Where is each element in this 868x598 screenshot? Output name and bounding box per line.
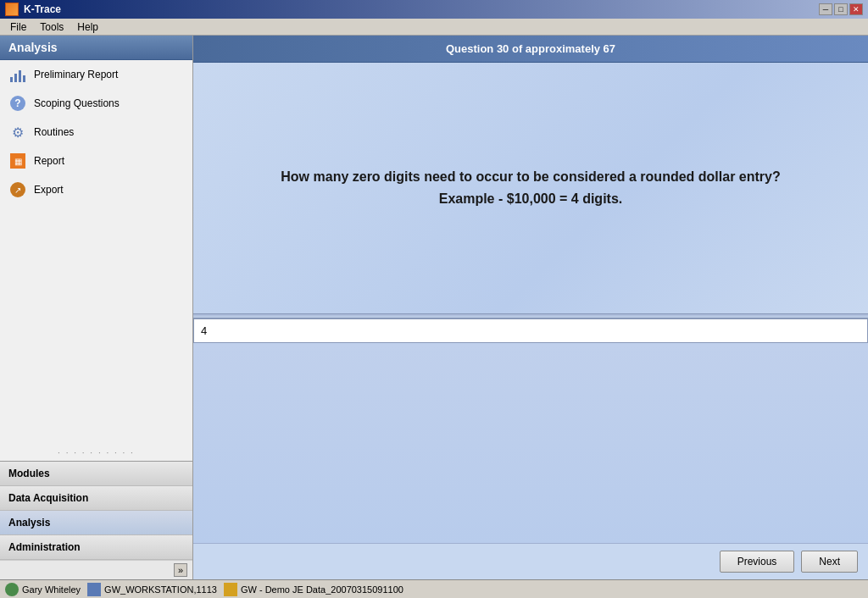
answer-area[interactable] [193,318,868,343]
status-username: Gary Whiteley [22,584,81,595]
section-btn-data-acquisition[interactable]: Data Acquisition [0,486,192,511]
user-icon [5,583,19,596]
status-database: GW - Demo JE Data_20070315091100 [224,583,403,596]
export-icon: ↗ [8,180,27,199]
status-bar: Gary Whiteley GW_WORKSTATION,1113 GW - D… [0,579,868,598]
workstation-icon [87,583,101,596]
answer-input[interactable] [199,323,862,339]
maximize-button[interactable]: □ [834,3,848,15]
help-menu[interactable]: Help [70,19,105,35]
status-user: Gary Whiteley [5,583,81,596]
sidebar-item-export[interactable]: ↗ Export [0,175,192,204]
section-btn-modules[interactable]: Modules [0,462,192,486]
question-line1: How many zero digits need to occur to be… [281,169,780,184]
question-line2: Example - $10,000 = 4 digits. [439,191,623,206]
sidebar-section-buttons: Modules Data Acquisition Analysis Admini… [0,461,192,560]
sidebar-label-scoping-questions: Scoping Questions [34,97,120,109]
sidebar-item-scoping-questions[interactable]: ? Scoping Questions [0,89,192,118]
main-layout: Analysis Preliminary Report ? [0,36,868,579]
next-button[interactable]: Next [801,551,858,573]
gear-icon: ⚙ [8,123,27,141]
content-area: Question 30 of approximately 67 How many… [193,36,868,579]
sidebar-label-report: Report [34,155,64,167]
question-text-box: How many zero digits need to occur to be… [193,63,868,313]
bar-chart-icon [8,65,27,84]
bottom-nav: Previous Next [193,543,868,579]
database-icon [224,583,237,596]
minimize-button[interactable]: ─ [819,3,832,15]
app-title: K-Trace [24,3,61,15]
sidebar-arrow-row: » [0,560,192,579]
close-button[interactable]: ✕ [849,3,863,15]
sidebar-header: Analysis [0,36,192,60]
report-icon: ▦ [8,152,27,170]
tools-menu[interactable]: Tools [33,19,70,35]
question-header: Question 30 of approximately 67 [193,36,868,63]
file-menu[interactable]: File [3,19,33,35]
sidebar-item-report[interactable]: ▦ Report [0,147,192,175]
section-btn-administration[interactable]: Administration [0,535,192,560]
sidebar-label-export: Export [34,184,64,196]
sidebar-label-preliminary-report: Preliminary Report [34,69,118,80]
sidebar-label-routines: Routines [34,126,74,138]
status-workstation-name: GW_WORKSTATION,1113 [104,584,217,595]
sidebar-dots: · · · · · · · · · · [0,445,192,461]
question-icon: ? [8,94,27,113]
answer-bottom-area [193,343,868,543]
menu-bar: File Tools Help [0,19,868,36]
sidebar-expand-button[interactable]: » [174,563,187,577]
status-database-name: GW - Demo JE Data_20070315091100 [241,584,403,595]
question-text: How many zero digits need to occur to be… [281,166,780,209]
sidebar-item-preliminary-report[interactable]: Preliminary Report [0,60,192,89]
sidebar-nav: Preliminary Report ? Scoping Questions ⚙… [0,60,192,445]
question-area: How many zero digits need to occur to be… [193,63,868,543]
title-bar: K-Trace ─ □ ✕ [0,0,868,19]
previous-button[interactable]: Previous [720,551,795,573]
status-workstation: GW_WORKSTATION,1113 [87,583,217,596]
sidebar: Analysis Preliminary Report ? [0,36,193,579]
window-controls[interactable]: ─ □ ✕ [819,3,863,15]
app-icon [5,3,19,16]
section-btn-analysis[interactable]: Analysis [0,511,192,535]
sidebar-item-routines[interactable]: ⚙ Routines [0,118,192,147]
